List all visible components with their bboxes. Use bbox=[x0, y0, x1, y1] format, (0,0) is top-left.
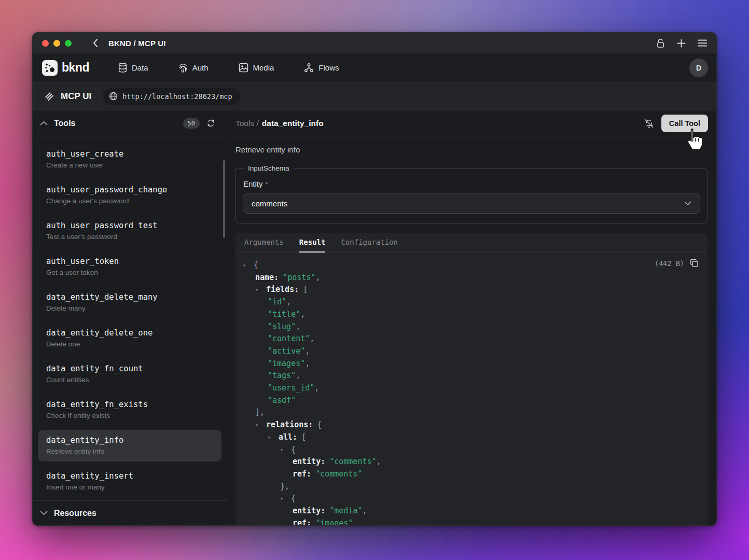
json-key: name: bbox=[255, 273, 279, 282]
json-punctuation: , bbox=[310, 334, 314, 343]
new-tab-icon[interactable] bbox=[677, 39, 686, 48]
refresh-icon bbox=[206, 119, 215, 128]
json-key: entity: bbox=[293, 457, 325, 466]
nav-item-data[interactable]: Data bbox=[118, 63, 148, 73]
json-string: "tags" bbox=[268, 371, 296, 380]
notifications-off-button[interactable] bbox=[644, 118, 654, 129]
tab-configuration[interactable]: Configuration bbox=[341, 233, 398, 253]
json-line: ], bbox=[243, 407, 699, 419]
input-schema-fieldset: InputSchema Entity* comments bbox=[235, 164, 708, 223]
json-line: entity:"media", bbox=[243, 505, 699, 517]
sidebar-item-data_entity_fn_exists[interactable]: data_entity_fn_existsCheck if entity exi… bbox=[38, 394, 221, 426]
json-line: ▾{ bbox=[243, 259, 699, 272]
tools-sidebar: Tools 50 auth_user_createCreate a new us… bbox=[33, 110, 227, 525]
json-string: "id" bbox=[268, 297, 286, 306]
collapse-toggle-icon[interactable]: ▾ bbox=[243, 259, 254, 272]
chevron-down-icon bbox=[684, 201, 691, 206]
maximize-window-button[interactable] bbox=[65, 40, 72, 47]
json-viewer: ▾{name:"posts",▾fields:["id","title","sl… bbox=[235, 253, 708, 525]
json-key: ref: bbox=[293, 519, 311, 525]
brand-logo[interactable]: bknd bbox=[42, 60, 89, 76]
json-string: "content" bbox=[268, 334, 310, 343]
sidebar-item-data_entity_delete_many[interactable]: data_entity_delete_manyDelete many bbox=[38, 287, 221, 318]
json-line: "users_id", bbox=[243, 382, 699, 395]
tool-description-text: Retrieve entity info bbox=[235, 145, 708, 155]
bknd-logo-icon bbox=[42, 60, 58, 76]
tools-section-header[interactable]: Tools 50 bbox=[33, 110, 227, 136]
json-punctuation: { bbox=[291, 494, 296, 503]
tool-detail-panel: Tools / data_entity_info Call Tool Retri… bbox=[227, 110, 716, 525]
nav-item-media[interactable]: Media bbox=[239, 63, 274, 73]
sidebar-item-auth_user_create[interactable]: auth_user_createCreate a new user bbox=[38, 144, 221, 175]
entity-select[interactable]: comments bbox=[243, 193, 700, 214]
json-string: "users_id" bbox=[268, 383, 314, 393]
collapse-toggle-icon[interactable]: ▾ bbox=[255, 419, 266, 431]
json-key: fields: bbox=[266, 285, 299, 294]
sidebar-item-data_entity_insert[interactable]: data_entity_insertInsert one or many bbox=[38, 466, 221, 497]
window-title: BKND / MCP UI bbox=[108, 39, 166, 48]
sidebar-item-auth_user_password_test[interactable]: auth_user_password_testTest a user's pas… bbox=[38, 215, 221, 247]
menu-icon[interactable] bbox=[698, 39, 707, 47]
sidebar-scrollbar[interactable] bbox=[223, 160, 225, 238]
tool-name: auth_user_password_change bbox=[46, 185, 213, 195]
json-punctuation: , bbox=[314, 383, 319, 393]
sidebar-item-data_entity_info[interactable]: data_entity_infoRetrieve entity info bbox=[38, 430, 221, 461]
tool-description: Create a new user bbox=[46, 161, 213, 170]
json-line: "content", bbox=[243, 333, 699, 345]
tool-name: auth_user_create bbox=[46, 149, 213, 159]
tool-list: auth_user_createCreate a new userauth_us… bbox=[33, 136, 227, 500]
user-avatar[interactable]: D bbox=[689, 59, 708, 77]
traffic-lights bbox=[42, 40, 72, 47]
collapse-toggle-icon[interactable]: ▾ bbox=[280, 493, 291, 505]
collapse-toggle-icon[interactable]: ▾ bbox=[268, 431, 279, 444]
minimize-window-button[interactable] bbox=[53, 40, 60, 47]
json-punctuation: , bbox=[300, 310, 305, 319]
json-punctuation: [ bbox=[301, 432, 306, 442]
chevron-up-icon bbox=[40, 121, 48, 125]
json-punctuation: [ bbox=[303, 285, 308, 294]
lock-open-icon[interactable] bbox=[656, 38, 665, 48]
tab-result[interactable]: Result bbox=[299, 233, 326, 253]
json-line: ref:"images" bbox=[243, 517, 699, 525]
nav-items: Data Auth Media Flows bbox=[118, 63, 339, 73]
copy-icon[interactable] bbox=[690, 259, 699, 268]
collapse-toggle-icon[interactable]: ▾ bbox=[280, 444, 291, 456]
refresh-tools-button[interactable] bbox=[206, 119, 215, 128]
sidebar-item-auth_user_password_change[interactable]: auth_user_password_changeChange a user's… bbox=[38, 179, 221, 211]
sidebar-item-data_entity_fn_count[interactable]: data_entity_fn_countCount entities bbox=[38, 358, 221, 390]
chevron-down-icon bbox=[40, 511, 48, 515]
back-button[interactable] bbox=[92, 38, 98, 48]
json-line: "slug", bbox=[243, 321, 699, 333]
nav-item-auth[interactable]: Auth bbox=[178, 63, 209, 73]
tool-name: data_entity_insert bbox=[46, 471, 213, 481]
json-string: "title" bbox=[268, 310, 300, 319]
collapse-toggle-icon[interactable]: ▾ bbox=[255, 284, 266, 296]
tool-name: data_entity_info bbox=[46, 435, 213, 445]
json-punctuation: , bbox=[296, 322, 300, 331]
json-line: "images", bbox=[243, 358, 699, 370]
json-line: ▾{ bbox=[243, 493, 699, 505]
json-string: "comments" bbox=[315, 469, 362, 479]
json-punctuation: { bbox=[291, 445, 296, 454]
breadcrumb-parent[interactable]: Tools / bbox=[235, 119, 259, 128]
server-url: http://localhost:28623/mcp bbox=[122, 92, 232, 101]
tab-arguments[interactable]: Arguments bbox=[244, 233, 284, 253]
call-tool-button[interactable]: Call Tool bbox=[661, 115, 708, 132]
json-line: ▾relations:{ bbox=[243, 419, 699, 431]
tool-name: data_entity_fn_count bbox=[46, 363, 213, 374]
nav-item-flows[interactable]: Flows bbox=[304, 63, 339, 73]
json-punctuation: , bbox=[305, 346, 310, 356]
page-title: MCP UI bbox=[61, 91, 91, 102]
json-string: "slug" bbox=[268, 322, 296, 331]
close-window-button[interactable] bbox=[42, 40, 49, 47]
tool-description: Delete one bbox=[46, 340, 213, 349]
json-line: ▾{ bbox=[243, 444, 699, 456]
nav-item-label: Data bbox=[132, 63, 148, 72]
tools-count-badge: 50 bbox=[183, 118, 200, 129]
server-url-pill[interactable]: http://localhost:28623/mcp bbox=[103, 88, 240, 105]
tool-detail-header: Tools / data_entity_info Call Tool bbox=[227, 110, 716, 136]
resources-section-header[interactable]: Resources bbox=[33, 500, 227, 525]
sidebar-item-data_entity_delete_one[interactable]: data_entity_delete_oneDelete one bbox=[38, 323, 221, 354]
sidebar-item-auth_user_token[interactable]: auth_user_tokenGet a user token bbox=[38, 251, 221, 283]
brand-name: bknd bbox=[62, 61, 89, 75]
